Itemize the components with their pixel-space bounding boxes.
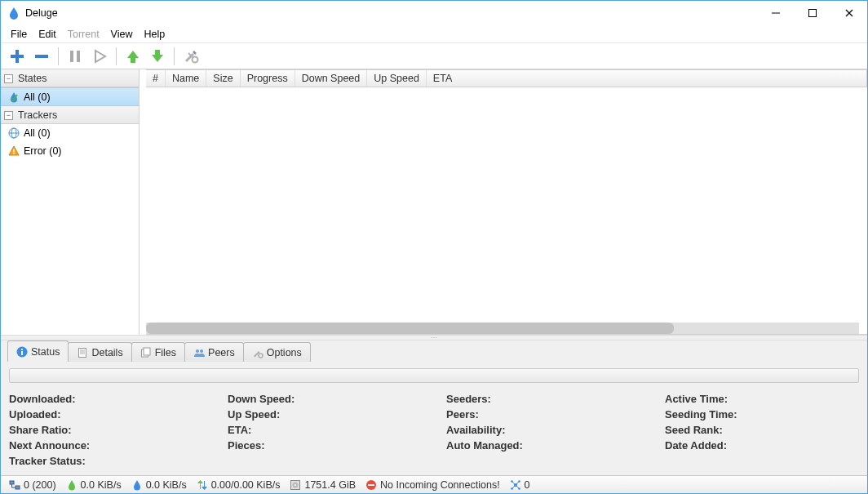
detail-tabs: Status Details Files Peers Options — [1, 340, 867, 362]
svg-rect-6 — [77, 51, 80, 62]
collapse-icon[interactable]: − — [4, 74, 13, 83]
tab-status[interactable]: Status — [7, 340, 69, 362]
sidebar-item-label: All (0) — [24, 91, 51, 103]
menu-edit[interactable]: Edit — [33, 27, 61, 42]
document-icon — [77, 347, 88, 358]
col-name[interactable]: Name — [166, 70, 206, 87]
svg-point-22 — [196, 349, 199, 353]
svg-rect-14 — [21, 351, 23, 355]
files-icon — [140, 347, 152, 358]
label-eta: ETA: — [228, 424, 422, 436]
tab-peers[interactable]: Peers — [184, 342, 244, 362]
sidebar-header-trackers[interactable]: − Trackers — [1, 106, 139, 124]
sb-connections[interactable]: 0 (200) — [6, 479, 60, 491]
tab-options[interactable]: Options — [243, 342, 311, 362]
maximize-button[interactable] — [794, 1, 830, 25]
sb-down-rate[interactable]: 0.0 KiB/s — [63, 479, 125, 491]
preferences-button[interactable] — [179, 46, 202, 67]
menubar: File Edit Torrent View Help — [1, 25, 867, 43]
label-seeding-time: Seeding Time: — [665, 408, 859, 421]
label-down-speed: Down Speed: — [228, 393, 422, 405]
svg-point-7 — [193, 56, 198, 62]
svg-rect-11 — [13, 149, 14, 153]
svg-rect-26 — [16, 486, 20, 489]
deluge-icon — [7, 91, 20, 104]
disk-icon — [290, 479, 301, 491]
progress-bar — [9, 368, 859, 383]
dht-icon — [510, 479, 521, 491]
horizontal-scrollbar[interactable] — [146, 323, 859, 334]
svg-rect-12 — [13, 154, 14, 154]
details-pane: Status Details Files Peers Options Downl… — [1, 340, 867, 475]
sb-dht[interactable]: 0 — [507, 479, 534, 491]
torrent-list[interactable] — [146, 87, 867, 335]
col-progress[interactable]: Progress — [241, 70, 295, 87]
toolbar-separator — [58, 47, 59, 65]
tab-label: Options — [267, 347, 302, 358]
tab-label: Peers — [208, 347, 235, 358]
sidebar-header-states[interactable]: − States — [1, 69, 139, 87]
sidebar-header-label: Trackers — [18, 109, 57, 121]
download-icon — [66, 479, 78, 491]
col-eta[interactable]: ETA — [427, 70, 866, 87]
app-icon — [7, 7, 20, 20]
queue-down-button[interactable] — [146, 46, 169, 67]
warning-icon — [7, 145, 20, 158]
sidebar-item-states-all[interactable]: All (0) — [1, 87, 139, 106]
statusbar: 0 (200) 0.0 KiB/s 0.0 KiB/s 0.00/0.00 Ki… — [1, 475, 867, 493]
svg-point-15 — [21, 348, 23, 349]
svg-point-24 — [259, 354, 263, 358]
tab-label: Status — [31, 346, 60, 358]
collapse-icon[interactable]: − — [4, 111, 13, 120]
resume-button[interactable] — [88, 46, 111, 67]
sb-disk[interactable]: 1751.4 GiB — [286, 479, 359, 491]
traffic-icon — [197, 479, 208, 491]
label-downloaded: Downloaded: — [9, 393, 203, 405]
sidebar-item-trackers-all[interactable]: All (0) — [1, 124, 139, 142]
label-share-ratio: Share Ratio: — [9, 424, 203, 436]
col-size[interactable]: Size — [206, 70, 240, 87]
sidebar-item-trackers-error[interactable]: Error (0) — [1, 142, 139, 160]
label-auto-managed: Auto Managed: — [446, 439, 640, 452]
tab-files[interactable]: Files — [131, 342, 185, 362]
sb-up-rate[interactable]: 0.0 KiB/s — [128, 479, 190, 491]
label-peers: Peers: — [446, 408, 640, 421]
label-active-time: Active Time: — [665, 393, 859, 405]
menu-file[interactable]: File — [6, 27, 32, 42]
pause-button[interactable] — [64, 46, 86, 67]
col-down-speed[interactable]: Down Speed — [295, 70, 368, 87]
tab-details[interactable]: Details — [68, 342, 131, 362]
globe-icon — [7, 127, 20, 140]
toolbar-separator — [116, 47, 117, 65]
svg-rect-0 — [772, 13, 780, 14]
queue-up-button[interactable] — [122, 46, 144, 67]
pane-splitter[interactable]: ⋯ — [1, 335, 867, 340]
info-icon — [16, 346, 28, 358]
label-date-added: Date Added: — [665, 439, 859, 452]
svg-line-37 — [512, 482, 516, 485]
add-torrent-button[interactable] — [6, 46, 29, 67]
close-button[interactable] — [830, 1, 867, 25]
sb-warning[interactable]: No Incoming Connections! — [362, 479, 503, 491]
col-number[interactable]: # — [146, 70, 166, 87]
sb-protocol-rate[interactable]: 0.00/0.00 KiB/s — [193, 479, 284, 491]
menu-view[interactable]: View — [106, 27, 138, 42]
minimize-button[interactable] — [757, 1, 794, 25]
svg-line-40 — [516, 485, 519, 488]
toolbar-separator — [174, 47, 175, 65]
svg-rect-3 — [11, 55, 24, 58]
menu-help[interactable]: Help — [139, 27, 170, 42]
remove-torrent-button[interactable] — [30, 46, 53, 67]
window-controls — [757, 1, 867, 25]
tab-label: Details — [91, 347, 122, 358]
label-up-speed: Up Speed: — [228, 408, 422, 421]
label-uploaded: Uploaded: — [9, 408, 203, 421]
upload-icon — [131, 479, 143, 491]
label-seeders: Seeders: — [446, 393, 640, 405]
tools-icon — [252, 347, 264, 358]
status-panel: Downloaded: Down Speed: Seeders: Active … — [1, 362, 867, 475]
col-up-speed[interactable]: Up Speed — [367, 70, 427, 87]
svg-line-38 — [516, 482, 519, 485]
label-tracker-status: Tracker Status: — [9, 455, 203, 467]
svg-point-29 — [294, 484, 296, 486]
